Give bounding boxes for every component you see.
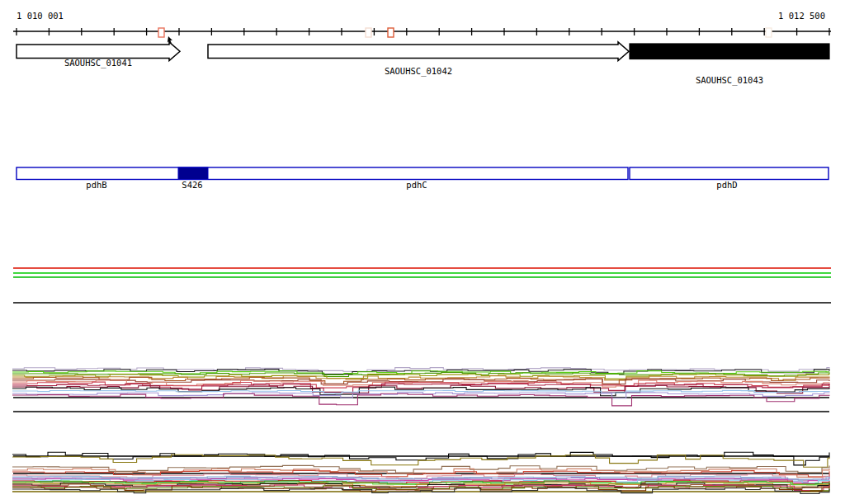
ruler-end-label: 1 012 500 xyxy=(778,11,825,21)
gene-box[interactable] xyxy=(630,44,829,59)
ruler-marker[interactable] xyxy=(366,28,371,37)
ruler-marker[interactable] xyxy=(766,28,772,37)
expression-profile-line xyxy=(12,452,829,465)
gene-label: SAOUHSC_01041 xyxy=(64,58,132,68)
genome-browser-view: 1 010 0011 012 500 SAOUHSC_01041SAOUHSC_… xyxy=(0,0,845,504)
position-ruler: 1 010 0011 012 500 xyxy=(13,11,831,35)
ruler-markers xyxy=(158,28,772,37)
gene-label: SAOUHSC_01042 xyxy=(385,66,452,77)
ruler-start-label: 1 010 001 xyxy=(17,11,64,21)
genome-browser-canvas: 1 010 0011 012 500 SAOUHSC_01041SAOUHSC_… xyxy=(0,0,845,504)
feature-label: S426 xyxy=(182,180,202,190)
feature-track: pdhBS426pdhCpdhD xyxy=(17,167,828,190)
feature-label: pdhC xyxy=(406,180,427,190)
mouse-cursor-layer xyxy=(168,36,172,44)
feature-box[interactable] xyxy=(630,167,828,180)
flat-signal-track xyxy=(13,268,831,277)
expression-profile-tracks xyxy=(12,368,829,494)
mouse-cursor-icon xyxy=(168,36,172,44)
expression-profile-line xyxy=(12,393,829,406)
feature-segment[interactable] xyxy=(178,167,208,180)
ruler-marker[interactable] xyxy=(158,28,164,37)
feature-label: pdhD xyxy=(716,180,737,190)
gene-label: SAOUHSC_01043 xyxy=(696,75,763,86)
feature-box[interactable] xyxy=(17,167,628,180)
gene-arrow[interactable] xyxy=(208,42,629,61)
feature-label: pdhB xyxy=(86,180,106,190)
track-separator-lines xyxy=(12,303,831,492)
ruler-marker[interactable] xyxy=(388,28,394,37)
gene-track: SAOUHSC_01041SAOUHSC_01042SAOUHSC_01043 xyxy=(17,42,829,86)
